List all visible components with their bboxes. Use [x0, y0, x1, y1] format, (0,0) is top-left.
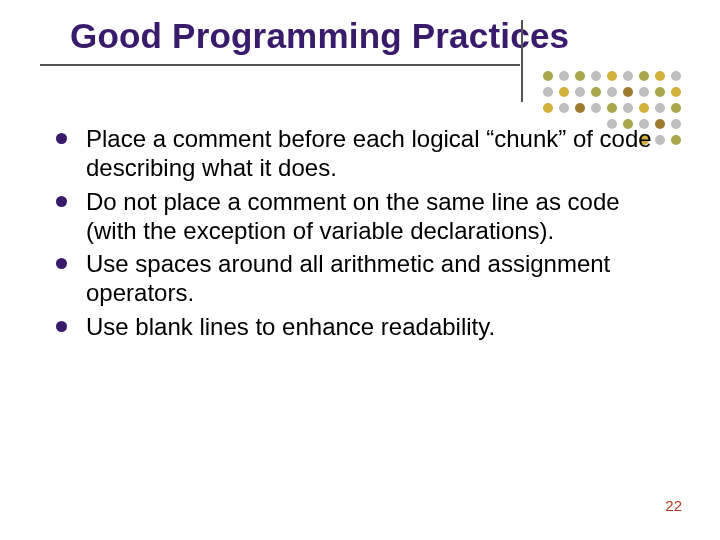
svg-point-8: [671, 71, 681, 81]
svg-point-14: [623, 87, 633, 97]
svg-point-26: [671, 103, 681, 113]
svg-point-20: [575, 103, 585, 113]
svg-point-11: [575, 87, 585, 97]
svg-point-17: [671, 87, 681, 97]
svg-point-0: [543, 71, 553, 81]
vertical-rule: [521, 20, 523, 102]
bullet-icon: [56, 133, 67, 144]
svg-point-31: [671, 119, 681, 129]
svg-point-10: [559, 87, 569, 97]
svg-point-6: [639, 71, 649, 81]
list-item: Place a comment before each logical “chu…: [52, 124, 670, 183]
svg-point-7: [655, 71, 665, 81]
list-item-text: Place a comment before each logical “chu…: [86, 125, 652, 181]
svg-point-16: [655, 87, 665, 97]
svg-point-4: [607, 71, 617, 81]
list-item: Do not place a comment on the same line …: [52, 187, 670, 246]
list-item: Use spaces around all arithmetic and ass…: [52, 249, 670, 308]
svg-point-18: [543, 103, 553, 113]
horizontal-rule: [40, 64, 520, 66]
svg-point-1: [559, 71, 569, 81]
list-item-text: Use spaces around all arithmetic and ass…: [86, 250, 610, 306]
svg-point-19: [559, 103, 569, 113]
bullet-icon: [56, 321, 67, 332]
svg-point-13: [607, 87, 617, 97]
list-item: Use blank lines to enhance readability.: [52, 312, 670, 341]
title-area: Good Programming Practices: [40, 16, 680, 66]
svg-point-5: [623, 71, 633, 81]
bullet-icon: [56, 196, 67, 207]
svg-point-25: [655, 103, 665, 113]
svg-point-21: [591, 103, 601, 113]
slide: Good Programming Practices: [0, 0, 720, 540]
svg-point-3: [591, 71, 601, 81]
svg-point-9: [543, 87, 553, 97]
svg-point-15: [639, 87, 649, 97]
svg-point-2: [575, 71, 585, 81]
page-number: 22: [665, 497, 682, 514]
page-title: Good Programming Practices: [70, 16, 680, 66]
list-item-text: Use blank lines to enhance readability.: [86, 313, 495, 340]
svg-point-24: [639, 103, 649, 113]
bullet-list: Place a comment before each logical “chu…: [52, 124, 670, 341]
bullet-icon: [56, 258, 67, 269]
svg-point-34: [671, 135, 681, 145]
svg-point-22: [607, 103, 617, 113]
list-item-text: Do not place a comment on the same line …: [86, 188, 620, 244]
svg-point-12: [591, 87, 601, 97]
svg-point-23: [623, 103, 633, 113]
